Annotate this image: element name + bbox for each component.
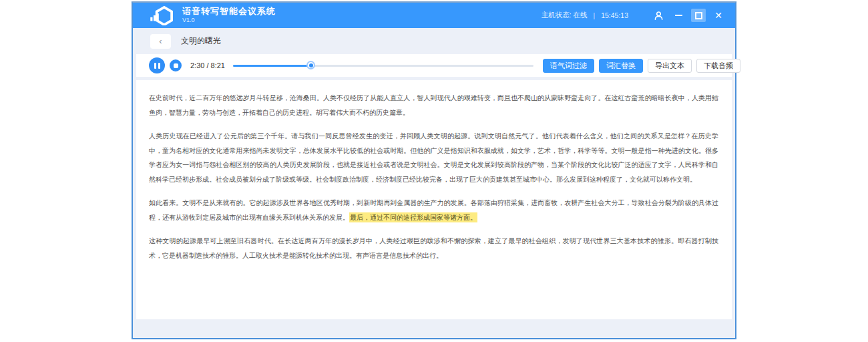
user-icon[interactable] [651, 9, 666, 22]
titlebar-right: 主机状态: 在线 | 15:45:13 ✕ [541, 9, 726, 22]
document-title: 文明的曙光 [181, 35, 221, 47]
transcript-paragraph: 在史前时代，近二百万年的悠远岁月斗转星移，沧海桑田。人类不仅经历了从能人直立人，… [149, 91, 718, 120]
time-display: 2:30 / 8:21 [190, 61, 225, 69]
status-separator: | [594, 12, 596, 19]
close-icon[interactable]: ✕ [711, 9, 726, 22]
desktop: 语音转写智能会议系统 V1.0 主机状态: 在线 | 15:45:13 [0, 0, 868, 342]
stop-icon [174, 63, 178, 68]
back-chevron-icon: ‹ [159, 37, 162, 45]
replace-words-button[interactable]: 词汇替换 [599, 59, 643, 73]
highlighted-text: 最后，通过不同的途径形成国家等诸方面。 [349, 212, 477, 222]
transcript-paragraph: 这种文明的起源最早可上溯至旧石器时代。在长达近两百万年的漫长岁月中，人类经过艰巨… [149, 234, 718, 263]
app-version: V1.0 [182, 17, 276, 23]
titlebar: 语音转写智能会议系统 V1.0 主机状态: 在线 | 15:45:13 [133, 3, 735, 28]
transcript-paragraph: 人类历史现在已经进入了公元后的第三个千年。请与我们一同反思曾经发生的变迁，并回顾… [149, 129, 718, 186]
window-controls: ✕ [646, 9, 726, 22]
app-logo-icon [150, 5, 176, 25]
app-title-block: 语音转写智能会议系统 V1.0 [182, 7, 276, 23]
stop-button[interactable] [170, 59, 182, 71]
app-title: 语音转写智能会议系统 [182, 7, 276, 17]
app-window: 语音转写智能会议系统 V1.0 主机状态: 在线 | 15:45:13 [132, 1, 736, 339]
transcript-paragraph: 如此看来。文明不是从来就有的。它的起源涉及世界各地区优秀时期，到新时期再到金属器… [149, 196, 718, 224]
export-text-button[interactable]: 导出文本 [648, 59, 692, 73]
subheader: ‹ 文明的曙光 [133, 28, 735, 54]
footer-strip [133, 319, 735, 338]
download-audio-button[interactable]: 下载音频 [696, 59, 740, 73]
pause-button[interactable] [149, 57, 165, 73]
progress-slider[interactable] [233, 61, 533, 70]
pause-icon [154, 63, 160, 69]
player-bar: 2:30 / 8:21 语气词过滤 词汇替换 导出文本 下载音频 [136, 54, 732, 77]
host-status: 主机状态: 在线 [541, 11, 588, 20]
slider-fill [233, 65, 311, 67]
back-button[interactable]: ‹ [150, 34, 171, 49]
minimize-icon[interactable] [671, 9, 686, 22]
filter-filler-words-button[interactable]: 语气词过滤 [543, 59, 594, 73]
maximize-icon[interactable] [691, 9, 706, 22]
slider-thumb[interactable] [306, 61, 315, 69]
transcript-panel: 在史前时代，近二百万年的悠远岁月斗转星移，沧海桑田。人类不仅经历了从能人直立人，… [136, 80, 732, 319]
clock: 15:45:13 [601, 11, 628, 19]
player-actions: 语气词过滤 词汇替换 导出文本 下载音频 [543, 59, 740, 73]
